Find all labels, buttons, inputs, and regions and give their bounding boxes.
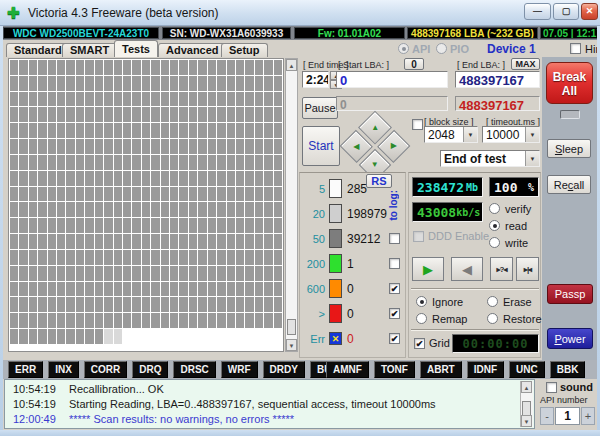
- api-number-minus-button[interactable]: -: [540, 407, 554, 425]
- scan-block: [264, 76, 272, 91]
- end-time-field[interactable]: 2:24: [302, 71, 329, 88]
- start-button[interactable]: Start: [302, 126, 340, 166]
- legend-log-checkbox[interactable]: ✔: [389, 333, 400, 344]
- scroll-down-icon[interactable]: ▼: [286, 339, 297, 351]
- scan-block: [274, 92, 282, 107]
- tab-smart[interactable]: SMART: [62, 43, 117, 57]
- scan-block: [208, 139, 216, 154]
- dropdown-arrow-icon[interactable]: ▼: [525, 151, 539, 166]
- log-scrollbar[interactable]: ▲ ▼: [520, 381, 533, 427]
- api-radio[interactable]: [398, 43, 409, 54]
- scan-block: [255, 202, 263, 217]
- scan-block: [264, 250, 272, 265]
- scan-block: [170, 60, 178, 75]
- scan-block: [48, 107, 56, 122]
- status-flag-drsc[interactable]: DRSC: [173, 361, 215, 378]
- break-all-button[interactable]: Break All: [546, 62, 593, 104]
- scan-map-scrollbar[interactable]: ▲ ▼: [285, 58, 298, 352]
- scan-block: [142, 92, 150, 107]
- status-flag-wrf[interactable]: WRF: [221, 361, 258, 378]
- dropdown-arrow-icon[interactable]: ▼: [525, 127, 539, 142]
- legend-log-checkbox[interactable]: ✔: [389, 283, 400, 294]
- minimize-button[interactable]: —: [524, 3, 551, 20]
- scan-block: [132, 329, 140, 344]
- scan-block: [114, 266, 122, 281]
- status-flag-tonf[interactable]: TONF: [374, 361, 415, 378]
- skip-to-defect-button[interactable]: ▸?◂: [490, 257, 513, 281]
- scan-block: [57, 234, 65, 249]
- tab-tests[interactable]: Tests: [114, 40, 158, 57]
- passp-button[interactable]: Passp: [547, 284, 593, 304]
- end-lba-max-button[interactable]: MAX: [511, 58, 540, 70]
- skip-to-end-button[interactable]: ▸|◂: [516, 257, 539, 281]
- scan-block: [245, 171, 253, 186]
- scan-block: [76, 60, 84, 75]
- timeout-select[interactable]: 10000 ▼: [482, 126, 540, 143]
- scan-block: [29, 297, 37, 312]
- scan-block: [189, 123, 197, 138]
- tab-setup[interactable]: Setup: [221, 43, 268, 57]
- legend-log-checkbox[interactable]: ✔: [389, 308, 400, 319]
- legend-threshold-label: 200: [301, 258, 325, 270]
- scan-block: [76, 107, 84, 122]
- tab-standard[interactable]: Standard: [6, 43, 70, 57]
- ignore-radio[interactable]: [416, 296, 427, 307]
- sound-checkbox[interactable]: [546, 382, 557, 393]
- write-radio[interactable]: [489, 237, 500, 248]
- end-action-select[interactable]: End of test ▼: [440, 150, 540, 167]
- remap-radio[interactable]: [416, 313, 427, 324]
- maximize-button[interactable]: ▢: [553, 3, 579, 20]
- scroll-up-icon[interactable]: ▲: [521, 381, 532, 393]
- start-lba-reset-button[interactable]: 0: [404, 58, 424, 70]
- status-flag-bbk[interactable]: BBK: [550, 361, 586, 378]
- grid-checkbox[interactable]: ✔: [414, 338, 425, 349]
- device-label[interactable]: Device 1: [487, 42, 536, 56]
- scan-block: [123, 92, 131, 107]
- legend-log-checkbox[interactable]: [389, 258, 400, 269]
- status-flag-corr[interactable]: CORR: [84, 361, 127, 378]
- read-radio[interactable]: [489, 220, 500, 231]
- speed-swatch-icon: [329, 304, 342, 323]
- verify-radio[interactable]: [489, 203, 500, 214]
- status-flag-idnf[interactable]: IDNF: [467, 361, 504, 378]
- status-flag-drq[interactable]: DRQ: [132, 361, 168, 378]
- status-flag-amnf[interactable]: AMNF: [326, 361, 369, 378]
- dropdown-arrow-icon[interactable]: ▼: [463, 127, 477, 142]
- pio-radio[interactable]: [436, 43, 447, 54]
- scan-block: [95, 60, 103, 75]
- ddd-enable-checkbox[interactable]: [413, 231, 424, 242]
- status-flag-drdy[interactable]: DRDY: [263, 361, 305, 378]
- restore-radio[interactable]: [487, 313, 498, 324]
- recall-button[interactable]: Recall: [547, 175, 591, 194]
- scan-block: [170, 266, 178, 281]
- scan-block: [245, 250, 253, 265]
- pause-button[interactable]: Pause: [302, 97, 338, 119]
- scroll-up-icon[interactable]: ▲: [286, 59, 297, 71]
- erase-radio[interactable]: [487, 296, 498, 307]
- start-lba-field[interactable]: 0: [336, 71, 448, 88]
- nav-option-checkbox[interactable]: [412, 119, 423, 130]
- status-flag-abrt[interactable]: ABRT: [420, 361, 462, 378]
- power-button[interactable]: Power: [547, 328, 593, 349]
- block-size-select[interactable]: 2048 ▼: [424, 126, 478, 143]
- hints-checkbox[interactable]: [570, 43, 581, 54]
- scan-block: [274, 250, 282, 265]
- scan-block: [57, 218, 65, 233]
- end-lba-field[interactable]: 488397167: [455, 71, 540, 88]
- sleep-button[interactable]: Sleep: [547, 139, 591, 158]
- scrollbar-thumb[interactable]: [287, 319, 296, 335]
- back-button[interactable]: ◀: [451, 257, 483, 281]
- api-number-plus-button[interactable]: +: [581, 407, 595, 425]
- status-flag-inx[interactable]: INX: [48, 361, 79, 378]
- close-button[interactable]: ✕: [581, 3, 598, 20]
- scan-block: [114, 297, 122, 312]
- scan-block: [198, 202, 206, 217]
- status-flag-err[interactable]: ERR: [8, 361, 43, 378]
- scan-block: [236, 171, 244, 186]
- api-label: API: [412, 43, 430, 55]
- legend-log-checkbox[interactable]: [389, 233, 400, 244]
- scroll-down-icon[interactable]: ▼: [521, 415, 532, 427]
- status-flag-unc[interactable]: UNC: [509, 361, 545, 378]
- play-button[interactable]: ▶: [412, 257, 444, 281]
- tab-advanced[interactable]: Advanced: [158, 43, 227, 57]
